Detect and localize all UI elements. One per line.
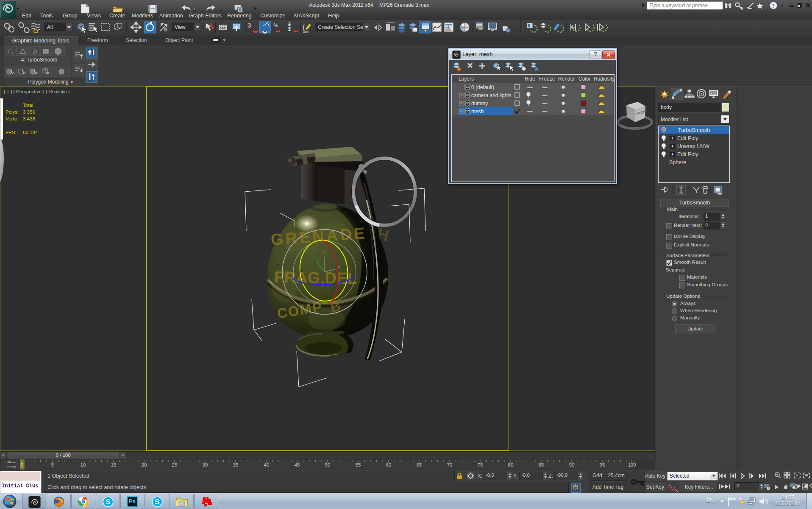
svg-text:70: 70 (447, 462, 453, 467)
svg-text:Unwrap UVW: Unwrap UVW (677, 143, 709, 149)
svg-text:y: y (317, 259, 319, 264)
svg-text:camera and lights: camera and lights (471, 92, 512, 98)
svg-text:35: 35 (233, 462, 239, 467)
svg-text:20: 20 (142, 462, 147, 467)
svg-text:All: All (47, 24, 53, 30)
svg-text:%: % (273, 22, 278, 28)
svg-text:0 (default): 0 (default) (471, 84, 494, 90)
svg-text:Create Selection Se: Create Selection Se (318, 24, 363, 30)
svg-text:Sphere: Sphere (669, 159, 686, 165)
svg-text:50: 50 (325, 462, 331, 467)
svg-text:60: 60 (386, 462, 392, 467)
svg-text:25: 25 (172, 462, 178, 467)
svg-text:15: 15 (111, 462, 117, 467)
svg-text:z: z (323, 250, 326, 255)
svg-text:5: 5 (51, 462, 54, 467)
svg-text:45: 45 (295, 462, 300, 467)
svg-text:TurboSmooth: TurboSmooth (678, 127, 710, 133)
svg-text:View: View (175, 24, 186, 30)
svg-text:dummy: dummy (471, 101, 488, 106)
svg-text:65: 65 (417, 462, 422, 467)
svg-text:?: ? (772, 3, 775, 9)
svg-text:40: 40 (264, 462, 270, 467)
svg-text:90: 90 (569, 462, 575, 467)
svg-text:75: 75 (478, 462, 483, 467)
svg-text:{: { (303, 24, 305, 31)
svg-text:95: 95 (600, 462, 605, 467)
svg-text:85: 85 (539, 462, 544, 467)
svg-text:3: 3 (247, 22, 251, 29)
svg-text:Edit Poly: Edit Poly (677, 151, 698, 157)
svg-text:10: 10 (81, 462, 86, 467)
svg-text:Edit Poly: Edit Poly (677, 135, 698, 141)
svg-text:0: 0 (21, 462, 23, 467)
svg-text:100: 100 (628, 462, 636, 467)
svg-text:ABC: ABC (303, 31, 309, 34)
svg-text:30: 30 (203, 462, 208, 467)
svg-text:55: 55 (356, 462, 361, 467)
svg-text:mesh: mesh (471, 109, 484, 115)
svg-text:S: S (106, 498, 110, 506)
svg-text:S: S (155, 498, 159, 506)
svg-text:80: 80 (508, 462, 514, 467)
svg-text:x: x (338, 264, 340, 269)
